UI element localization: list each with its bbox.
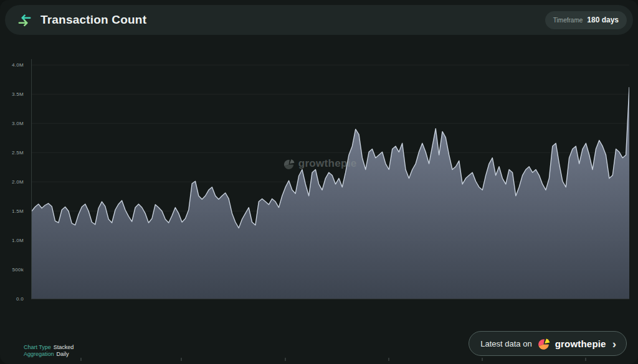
page-title: Transaction Count [40,13,146,27]
chart-type-label: Chart Type [24,344,51,350]
x-tick [81,358,82,361]
timeframe-label: Timeframe [553,17,583,24]
y-tick-label: 2.0M [12,179,24,185]
x-axis: Nov 2025Dec 20252026Feb 2026Mar 2026Apr … [31,358,629,364]
cta-brand-text: growthepie [555,338,606,349]
y-tick-label: 500k [12,267,24,273]
y-tick-label: 0.0 [16,296,24,302]
y-tick-label: 3.5M [12,91,24,97]
x-tick [181,358,182,361]
timeframe-value: 180 days [587,16,619,24]
area-chart-svg [32,59,629,299]
x-tick [285,358,285,361]
latest-data-button[interactable]: Latest data on growthepie › [469,331,627,356]
aggregation-row: AggregationDaily [24,351,74,358]
area-series [32,87,629,299]
header-bar: Transaction Count Timeframe 180 days [5,5,633,35]
chart-meta: Chart TypeStacked AggregationDaily [24,344,74,358]
y-axis: 0.0500k1.0M1.5M2.0M2.5M3.0M3.5M4.0M [0,59,27,299]
y-tick-label: 3.0M [12,121,24,126]
chart-type-row: Chart TypeStacked [24,344,74,351]
plot-area[interactable]: growthepie [31,59,629,299]
chart: 0.0500k1.0M1.5M2.0M2.5M3.0M3.5M4.0M grow… [0,59,638,299]
y-tick-label: 1.0M [12,238,24,243]
y-tick-label: 2.5M [12,150,24,156]
y-tick-label: 4.0M [12,62,24,68]
y-tick-label: 1.5M [12,208,24,214]
x-tick [482,358,483,361]
x-tick [388,358,389,361]
x-tick [586,358,586,361]
transaction-count-widget: Transaction Count Timeframe 180 days 0.0… [0,0,638,364]
chart-type-value: Stacked [54,344,74,350]
aggregation-label: Aggregation [24,351,54,357]
growthepie-logo-icon [537,337,550,351]
transactions-icon [16,12,33,29]
cta-prefix-text: Latest data on [480,339,531,348]
chevron-right-icon: › [612,338,616,350]
timeframe-selector[interactable]: Timeframe 180 days [545,11,627,29]
aggregation-value: Daily [57,351,69,357]
